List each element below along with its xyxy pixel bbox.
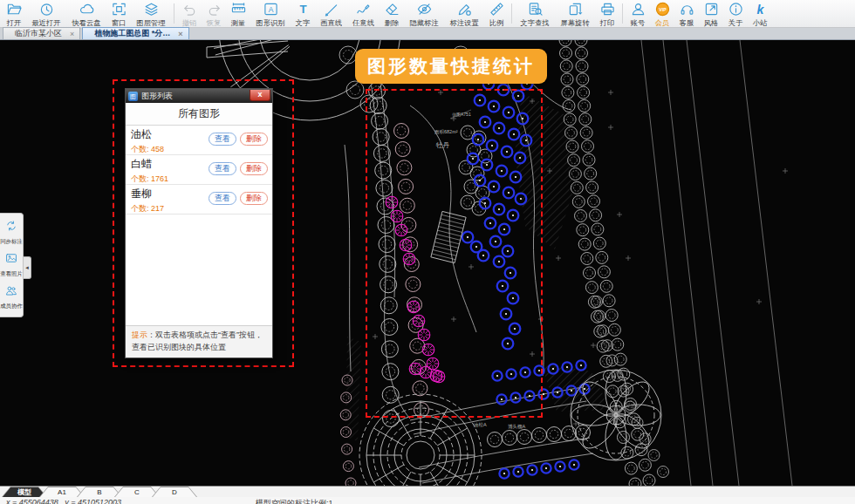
toolbar-button-about[interactable]: 关于 xyxy=(723,0,748,27)
document-tab-bar: 临沂市某小区×植物施工图总图 *分…× xyxy=(0,28,855,40)
about-icon xyxy=(728,2,743,17)
toolbar-button-label: 标注设置 xyxy=(449,18,478,26)
toolbar-button-label: 图层管理 xyxy=(136,18,165,26)
toolbar-button-eraser[interactable]: 删除 xyxy=(380,0,404,27)
toolbar-button-label: 风格 xyxy=(704,18,719,26)
toolbar-button-annotation-settings[interactable]: 标注设置 xyxy=(444,0,484,27)
side-panel: 同步标注查看照片成员协作 xyxy=(0,213,24,317)
toolbar-button-scale-ratio[interactable]: 比例 xyxy=(484,0,509,27)
view-button[interactable]: 查看 xyxy=(209,192,236,205)
toolbar-button-ksite[interactable]: k小站 xyxy=(748,0,772,27)
tab-close-icon[interactable]: × xyxy=(178,30,182,38)
dialog-title: 图形列表 xyxy=(141,91,246,102)
free-line-icon xyxy=(356,2,371,17)
svg-text:VIP: VIP xyxy=(659,7,667,12)
toolbar-button-draw-line[interactable]: 画直线 xyxy=(315,0,347,27)
toolbar-button-screen-rotate[interactable]: 屏幕旋转 xyxy=(555,0,595,27)
ksite-icon: k xyxy=(753,2,768,17)
drawing-label: 油松A xyxy=(474,422,487,428)
sync-icon xyxy=(5,220,17,235)
toolbar-button-text-search[interactable]: 文字查找 xyxy=(515,0,555,27)
side-panel-item-photo[interactable]: 查看照片 xyxy=(0,249,23,282)
toolbar: 打开最近打开快看云盘窗口图层管理撤销恢复测量A图形识别T文字画直线任意线删除隐藏… xyxy=(0,0,855,28)
toolbar-button-cloud-disk[interactable]: 快看云盘 xyxy=(66,0,106,27)
side-panel-item-people[interactable]: 成员协作 xyxy=(0,282,23,314)
dialog-close-button[interactable]: x xyxy=(250,90,270,101)
toolbar-button-recent-clock[interactable]: 最近打开 xyxy=(26,0,66,27)
toolbar-button-layers[interactable]: 图层管理 xyxy=(131,0,171,27)
graphics-list-row[interactable]: 油松个数: 458查看删除 xyxy=(126,126,272,155)
delete-button[interactable]: 删除 xyxy=(240,192,268,205)
text-search-icon xyxy=(528,2,543,17)
layout-tab-label: C xyxy=(115,487,159,497)
toolbar-button-label: 文字查找 xyxy=(520,18,549,26)
document-tab-1[interactable]: 临沂市某小区× xyxy=(3,27,80,39)
document-tab-2[interactable]: 植物施工图总图 *分…× xyxy=(82,27,188,39)
side-panel-label: 查看照片 xyxy=(0,269,23,277)
shape-recognition-icon: A xyxy=(263,2,278,17)
toolbar-button-label: 画直线 xyxy=(320,18,342,26)
toolbar-separator xyxy=(511,3,512,24)
toolbar-button-shape-recognition[interactable]: A图形识别 xyxy=(250,0,291,27)
layout-tab-bar: 模型A1BCD xyxy=(0,486,855,497)
toolbar-button-label: 图形识别 xyxy=(256,18,284,26)
side-panel-label: 成员协作 xyxy=(0,302,23,310)
layout-tab-label: 模型 xyxy=(3,487,46,497)
toolbar-button-label: 屏幕旋转 xyxy=(560,18,589,26)
draw-line-icon xyxy=(324,2,339,17)
scale-ratio-icon xyxy=(489,2,504,17)
dialog-titlebar[interactable]: 图 图形列表 x xyxy=(126,89,272,103)
text-icon: T xyxy=(296,2,311,17)
toolbar-button-label: 文字 xyxy=(296,18,311,26)
toolbar-button-label: 恢复 xyxy=(207,18,222,26)
view-button[interactable]: 查看 xyxy=(209,162,236,175)
cad-viewer-window: 打开最近打开快看云盘窗口图层管理撤销恢复测量A图形识别T文字画直线任意线删除隐藏… xyxy=(0,0,855,504)
delete-button[interactable]: 删除 xyxy=(240,133,268,146)
toolbar-button-text[interactable]: T文字 xyxy=(291,0,315,27)
side-panel-collapse-button[interactable]: ◂ xyxy=(24,256,31,279)
layout-tab-A1[interactable]: A1 xyxy=(39,487,85,497)
toolbar-button-label: 关于 xyxy=(728,18,743,26)
toolbar-button-label: 隐藏标注 xyxy=(409,18,438,26)
layers-icon xyxy=(144,2,159,17)
headset-icon xyxy=(680,2,694,17)
status-bar: x = 455064438 , y = 4510512003 模型空间的标注比例… xyxy=(0,497,855,504)
toolbar-button-label: 比例 xyxy=(489,18,504,26)
toolbar-button-print[interactable]: 打印 xyxy=(595,0,619,27)
toolbar-button-open-folder[interactable]: 打开 xyxy=(2,0,26,27)
toolbar-button-label: 窗口 xyxy=(112,18,127,26)
toolbar-button-label: 快看云盘 xyxy=(72,18,100,26)
undo-icon xyxy=(182,2,197,17)
open-folder-icon xyxy=(7,2,22,17)
layout-tab-模型[interactable]: 模型 xyxy=(2,487,47,497)
view-button[interactable]: 查看 xyxy=(209,133,236,146)
graphics-list-row[interactable]: 白蜡个数: 1761查看删除 xyxy=(126,155,272,185)
toolbar-button-window[interactable]: 窗口 xyxy=(106,0,131,27)
toolbar-button-label: 打印 xyxy=(600,18,615,26)
toolbar-button-label: 撤销 xyxy=(182,18,197,26)
toolbar-button-account[interactable]: 账号 xyxy=(626,0,650,27)
toolbar-button-label: 打开 xyxy=(7,18,22,26)
tab-close-icon[interactable]: × xyxy=(70,30,74,38)
graphics-list-row[interactable]: 垂柳个数: 217查看删除 xyxy=(126,185,272,215)
print-icon xyxy=(600,2,615,17)
toolbar-button-headset[interactable]: 客服 xyxy=(674,0,699,27)
annotation-scale: 模型空间的标注比例:1 xyxy=(256,498,333,504)
delete-button[interactable]: 删除 xyxy=(240,162,268,175)
toolbar-button-redo[interactable]: 恢复 xyxy=(202,0,226,27)
vip-icon: VIP xyxy=(655,2,670,17)
toolbar-button-hide-annotation[interactable]: 隐藏标注 xyxy=(404,0,444,27)
toolbar-button-vip[interactable]: VIP会员 xyxy=(650,0,674,27)
recent-clock-icon xyxy=(39,2,54,17)
promo-banner: 图形数量快捷统计 xyxy=(355,49,547,84)
toolbar-button-measure-ruler[interactable]: 测量 xyxy=(226,0,250,27)
layout-tab-D[interactable]: D xyxy=(152,487,197,497)
layout-tab-C[interactable]: C xyxy=(114,487,160,497)
toolbar-button-style[interactable]: 风格 xyxy=(699,0,723,27)
document-tab-label: 临沂市某小区 xyxy=(15,28,62,39)
toolbar-button-free-line[interactable]: 任意线 xyxy=(347,0,380,27)
toolbar-button-undo[interactable]: 撤销 xyxy=(177,0,202,27)
side-panel-item-sync[interactable]: 同步标注 xyxy=(0,217,23,249)
toolbar-button-label: 删除 xyxy=(385,18,400,26)
layout-tab-B[interactable]: B xyxy=(77,487,122,497)
